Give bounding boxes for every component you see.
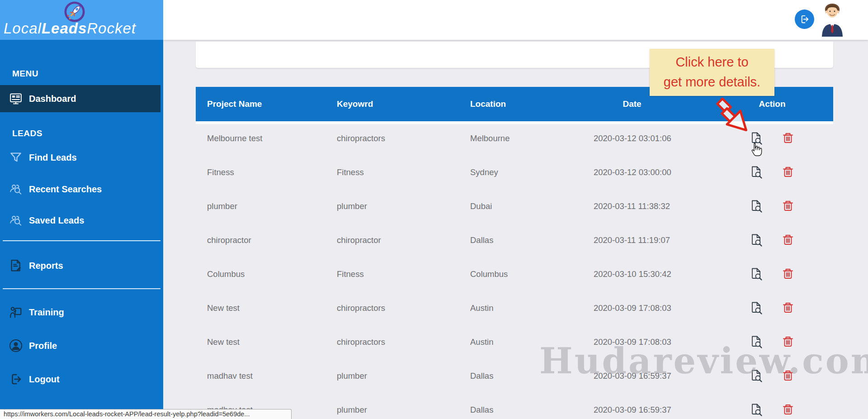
sidebar-item-training[interactable]: Training: [0, 299, 160, 326]
brand-wordmark: LocalLeadsRocket: [4, 20, 136, 37]
cell-location: Columbus: [470, 269, 508, 279]
training-icon: [9, 305, 23, 319]
cell-keyword: plumber: [337, 201, 367, 211]
view-details-button[interactable]: [750, 166, 763, 179]
delete-button[interactable]: [782, 403, 794, 417]
cell-date: 2020-03-12 03:00:00: [594, 167, 671, 177]
cell-project-name: Melbourne test: [207, 133, 262, 143]
sidebar-heading-menu: MENU: [12, 69, 38, 79]
sidebar-item-label: Logout: [29, 374, 60, 385]
cell-project-name: Columbus: [207, 269, 245, 279]
view-details-button[interactable]: [750, 335, 763, 349]
view-details-button[interactable]: [750, 267, 763, 281]
cell-project-name: plumber: [207, 201, 237, 211]
cell-keyword: plumber: [337, 405, 367, 415]
sidebar-item-saved-leads[interactable]: Saved Leads: [0, 207, 160, 234]
sidebar-item-label: Recent Searches: [29, 184, 102, 195]
table-row: Fitness Fitness Sydney 2020-03-12 03:00:…: [196, 155, 833, 189]
table-row: plumber plumber Dubai 2020-03-11 11:38:3…: [196, 189, 833, 223]
cell-location: Dallas: [470, 405, 493, 415]
view-details-button[interactable]: [750, 403, 763, 417]
sidebar-item-reports[interactable]: Reports: [0, 252, 160, 279]
funnel-icon: [9, 151, 23, 164]
cell-project-name: chiropractor: [207, 235, 251, 245]
table-row: Columbus Fitness Columbus 2020-03-10 15:…: [196, 257, 833, 291]
table-row: New test chiropractors Austin 2020-03-09…: [196, 291, 833, 325]
cell-date: 2020-03-11 11:19:07: [594, 235, 670, 245]
cell-project-name: madhav test: [207, 371, 253, 381]
table-row: madhav test plumber Dallas 2020-03-09 16…: [196, 359, 833, 393]
cell-keyword: chiropractor: [337, 235, 381, 245]
top-bar: [163, 0, 868, 40]
logout-icon: [799, 14, 810, 24]
dashboard-icon: [9, 92, 23, 105]
delete-button[interactable]: [782, 335, 794, 349]
users-search-icon: [9, 182, 23, 196]
view-details-button[interactable]: [750, 200, 763, 213]
cell-keyword: Fitness: [337, 269, 364, 279]
cell-location: Dallas: [470, 235, 493, 245]
cell-keyword: Fitness: [337, 167, 364, 177]
delete-button[interactable]: [782, 301, 794, 315]
table-row: Melbourne test chiropractors Melbourne 2…: [196, 121, 833, 155]
cell-project-name: Fitness: [207, 167, 234, 177]
browser-status-bar: https://imworkers.com/Local-leads-rocket…: [0, 409, 292, 419]
cell-date: 2020-03-09 17:08:03: [594, 337, 671, 347]
sidebar-item-recent-searches[interactable]: Recent Searches: [0, 176, 160, 203]
cell-keyword: chiropractors: [337, 303, 385, 313]
sidebar-item-label: Saved Leads: [29, 215, 84, 226]
cell-location: Dallas: [470, 371, 493, 381]
column-header-project: Project Name: [207, 99, 262, 109]
tooltip-line-1: Click here to: [650, 52, 774, 72]
sidebar-item-dashboard[interactable]: Dashboard: [0, 85, 160, 112]
table-row: chiropractor chiropractor Dallas 2020-03…: [196, 223, 833, 257]
cell-location: Austin: [470, 303, 493, 313]
cell-keyword: chiropractors: [337, 337, 385, 347]
delete-button[interactable]: [782, 166, 794, 179]
sidebar-item-find-leads[interactable]: Find Leads: [0, 144, 160, 171]
delete-button[interactable]: [782, 267, 794, 281]
cell-date: 2020-03-10 15:30:42: [594, 269, 671, 279]
view-details-button[interactable]: [750, 233, 763, 247]
cell-date: 2020-03-11 11:38:32: [594, 201, 670, 211]
sidebar-divider: [3, 240, 160, 241]
logout-icon: [9, 372, 23, 386]
delete-button[interactable]: [782, 369, 794, 383]
profile-icon: [9, 339, 23, 352]
cell-location: Dubai: [470, 201, 492, 211]
logout-button[interactable]: [795, 10, 814, 29]
sidebar-item-label: Reports: [29, 261, 63, 271]
cell-date: 2020-03-12 03:01:06: [594, 133, 671, 143]
cell-keyword: chiropractors: [337, 133, 385, 143]
sidebar-item-label: Training: [29, 307, 64, 318]
sidebar-item-logout[interactable]: Logout: [0, 366, 160, 393]
table-rows: Melbourne test chiropractors Melbourne 2…: [196, 121, 833, 419]
table-row: New test chiropractors Austin 2020-03-09…: [196, 325, 833, 359]
cell-location: Austin: [470, 337, 493, 347]
cell-date: 2020-03-09 17:08:03: [594, 303, 671, 313]
sidebar-item-profile[interactable]: Profile: [0, 332, 160, 359]
delete-button[interactable]: [782, 132, 794, 145]
sidebar: LocalLeadsRocket MENU Dashboard LEADS Fi…: [0, 0, 163, 419]
annotation-tooltip: Click here to get more details.: [650, 49, 774, 96]
report-document-icon: [9, 259, 23, 272]
sidebar-item-label: Dashboard: [29, 94, 76, 104]
sidebar-item-label: Profile: [29, 341, 57, 351]
view-details-button[interactable]: [750, 369, 763, 383]
cell-project-name: New test: [207, 337, 240, 347]
user-avatar[interactable]: [820, 3, 844, 37]
cell-date: 2020-03-09 16:59:37: [594, 371, 671, 381]
view-details-button[interactable]: [750, 132, 763, 145]
cell-project-name: New test: [207, 303, 240, 313]
delete-button[interactable]: [782, 233, 794, 247]
rocket-logo-icon: [64, 1, 85, 22]
delete-button[interactable]: [782, 200, 794, 213]
cell-location: Sydney: [470, 167, 498, 177]
column-header-location: Location: [470, 99, 506, 109]
sidebar-heading-leads: LEADS: [12, 129, 42, 138]
sidebar-divider: [3, 288, 160, 289]
column-header-keyword: Keyowrd: [337, 99, 373, 109]
cell-keyword: plumber: [337, 371, 367, 381]
view-details-button[interactable]: [750, 301, 763, 315]
column-header-action: Action: [741, 99, 804, 109]
